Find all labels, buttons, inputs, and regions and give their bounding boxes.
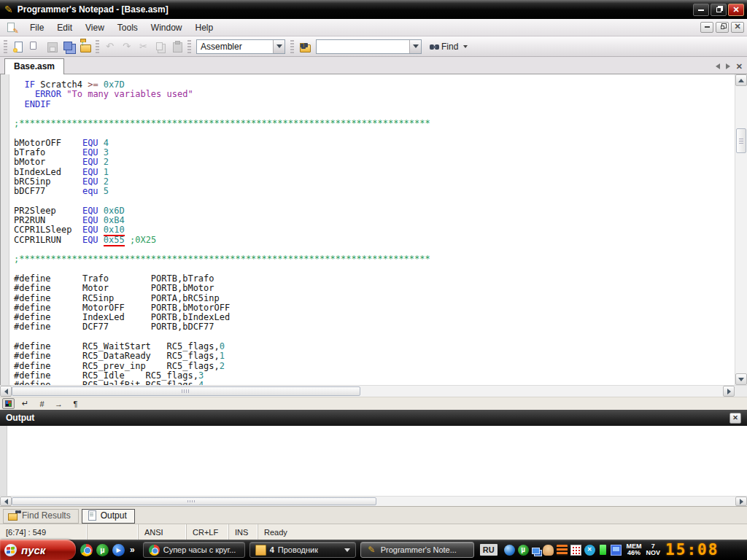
close-tab-icon[interactable]: ✕ <box>736 63 743 70</box>
output-scroll-left-button[interactable] <box>0 497 12 506</box>
scheme-combobox-dropdown[interactable] <box>273 40 285 53</box>
menu-help[interactable]: Help <box>189 20 220 35</box>
browser-sphere-icon[interactable] <box>504 545 515 556</box>
paste-button[interactable] <box>169 39 185 55</box>
horizontal-scroll-thumb[interactable] <box>12 386 360 396</box>
green-bar-icon[interactable] <box>600 545 606 555</box>
blue-cross-icon[interactable]: ✕ <box>584 545 595 556</box>
tab-base-asm[interactable]: Base.asm <box>4 58 64 74</box>
menu-view[interactable]: View <box>79 20 111 35</box>
language-indicator[interactable]: RU <box>480 544 498 556</box>
scheme-combobox[interactable]: Assembler <box>196 39 285 54</box>
taskbar-button-label: Проводник <box>278 545 318 554</box>
taskbar-button-label: Programmer's Note... <box>381 545 457 554</box>
output-doc-icon <box>87 510 97 521</box>
code-line: CCPR1LRUN EQU 0x55 ;0X25 <box>14 236 735 245</box>
quick-launch-overflow[interactable]: » <box>128 545 136 555</box>
tab-find-results[interactable]: Find Results <box>3 509 79 524</box>
find-dropdown-icon[interactable] <box>463 45 468 48</box>
taskbar-button-programmers-notepad[interactable]: ✎ Programmer's Note... <box>360 542 474 558</box>
arrow-down-icon <box>738 378 744 381</box>
document-pencil-icon: ✎ <box>6 22 18 34</box>
taskbar-button-clock-page[interactable]: Супер часы с круг... <box>143 542 245 558</box>
media-player-icon[interactable]: ▶ <box>112 544 125 556</box>
chevron-down-icon <box>413 44 419 48</box>
chrome-icon[interactable] <box>80 544 93 556</box>
menu-window[interactable]: Window <box>144 20 189 35</box>
scroll-up-button[interactable] <box>735 74 747 86</box>
search-combobox[interactable] <box>316 39 422 54</box>
menu-file[interactable]: File <box>23 20 50 35</box>
output-scroll-track[interactable] <box>12 497 735 506</box>
scroll-tabs-left-icon[interactable] <box>716 63 720 69</box>
restore-button[interactable] <box>711 4 727 16</box>
striped-panel-icon[interactable] <box>557 545 568 556</box>
remote-window-icon[interactable] <box>611 545 622 556</box>
dotted-grid-icon[interactable] <box>570 545 581 556</box>
open-project-button[interactable] <box>77 39 93 55</box>
utorrent-icon[interactable]: µ <box>96 544 109 556</box>
whitespace-button[interactable]: → <box>53 398 65 409</box>
code-line: bMotorOFF EQU 4 <box>14 139 735 148</box>
network-monitors-icon[interactable] <box>532 548 540 554</box>
word-wrap-button[interactable]: ↵ <box>19 398 31 409</box>
open-file-button[interactable] <box>26 39 43 55</box>
horizontal-scrollbar[interactable] <box>0 385 747 397</box>
undo-button[interactable]: ↶ <box>101 39 118 55</box>
code-lines[interactable]: IF Scratch4 >= 0x7D ERROR "To many varia… <box>9 74 735 385</box>
vertical-scrollbar[interactable] <box>735 74 747 385</box>
line-numbers-button[interactable]: # <box>36 398 48 409</box>
new-file-button[interactable] <box>9 39 26 55</box>
line-endings-button[interactable]: ¶ <box>69 398 82 409</box>
find-in-files-button[interactable] <box>296 39 313 55</box>
menu-tools[interactable]: Tools <box>111 20 144 35</box>
redo-button[interactable]: ↷ <box>118 39 135 55</box>
scroll-down-button[interactable] <box>735 373 747 385</box>
output-horizontal-scrollbar[interactable] <box>0 496 747 506</box>
code-line: bTrafo EQU 3 <box>14 148 735 158</box>
code-line: CCPR1LSleep EQU 0x10 <box>14 225 735 235</box>
output-close-button[interactable]: ✕ <box>729 413 741 424</box>
arrow-left-icon <box>4 389 8 394</box>
mdi-close-icon: ✕ <box>734 22 740 31</box>
scroll-tabs-right-icon[interactable] <box>726 63 730 69</box>
save-button[interactable] <box>43 39 60 55</box>
scroll-right-button[interactable] <box>723 386 735 397</box>
save-all-button[interactable] <box>60 39 77 55</box>
close-button[interactable]: ✕ <box>728 4 744 16</box>
toolbar-grip <box>96 40 99 53</box>
tab-output[interactable]: Output <box>82 509 135 524</box>
hand-icon[interactable] <box>543 545 554 556</box>
horizontal-scroll-track[interactable] <box>12 386 723 397</box>
menu-edit[interactable]: Edit <box>50 20 79 35</box>
mdi-close-button[interactable]: ✕ <box>731 22 744 33</box>
output-scroll-thumb[interactable] <box>12 497 376 505</box>
undo-icon: ↶ <box>104 41 116 52</box>
chrome-icon <box>149 545 160 556</box>
search-combobox-dropdown[interactable] <box>409 40 421 53</box>
mdi-minimize-button[interactable] <box>700 22 713 33</box>
minimize-button[interactable] <box>693 4 709 16</box>
toolbar-grip <box>290 40 294 53</box>
code-line: bDCF77 equ 5 <box>14 187 735 196</box>
menubar: ✎ File Edit View Tools Window Help ✕ <box>0 19 747 36</box>
utorrent-tray-icon[interactable]: µ <box>518 545 529 556</box>
highlight-scheme-button[interactable] <box>2 398 15 409</box>
close-icon: ✕ <box>732 5 739 14</box>
editor-area: IF Scratch4 >= 0x7D ERROR "To many varia… <box>0 74 747 385</box>
scroll-left-button[interactable] <box>0 386 12 397</box>
mdi-restore-button[interactable] <box>716 22 729 33</box>
start-button[interactable]: пуск <box>0 540 76 560</box>
paste-icon <box>171 41 183 52</box>
system-tray: µ ✕ <box>501 545 624 556</box>
taskbar-button-explorer-group[interactable]: 4 Проводник <box>249 542 356 558</box>
mdi-minimize-icon <box>705 26 710 28</box>
vertical-scroll-thumb[interactable] <box>736 128 746 153</box>
cut-button[interactable]: ✂ <box>135 39 152 55</box>
copy-button[interactable] <box>152 39 169 55</box>
binoculars-icon <box>429 42 438 51</box>
output-scroll-right-button[interactable] <box>735 497 747 506</box>
word-wrap-icon: ↵ <box>22 399 28 408</box>
vertical-scroll-track[interactable] <box>735 86 747 373</box>
find-button[interactable]: Find <box>425 40 472 53</box>
